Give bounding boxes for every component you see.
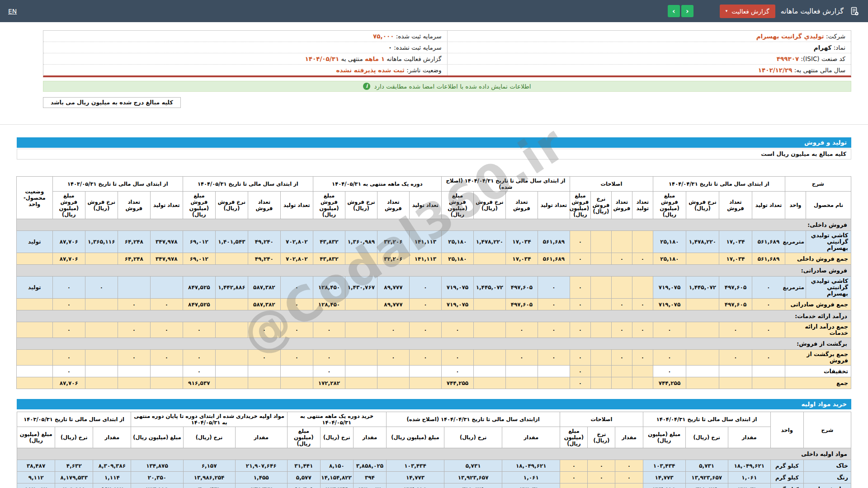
info-row: نماد: کهرامسرمایه ثبت نشده: ۰ bbox=[43, 42, 851, 53]
value-cell: ۵۶۱,۶۸۹ bbox=[752, 231, 785, 253]
unit-cell: مترمربع bbox=[785, 231, 806, 253]
value-cell: ۰ bbox=[570, 231, 590, 253]
value-cell: ۰ bbox=[409, 350, 441, 366]
info-field: وضعیت ناشر: ثبت شده پذیرفته نشده bbox=[43, 65, 447, 75]
value-cell: ۶۹,۰۱۲ bbox=[183, 231, 215, 253]
section-label: مواد اولیه داخلی bbox=[17, 448, 851, 460]
table-row: جمع برگشت از فروش۰۰۰۰۰۰۰۰۰۰۰۰۰۰۰۰۰۰ bbox=[16, 350, 851, 366]
value-cell: ۱۰۳,۴۳۴ bbox=[386, 460, 444, 472]
value-cell: ۵۸۷,۳۸۲ bbox=[248, 299, 280, 310]
value-cell: ۱۷,۰۳۴ bbox=[719, 253, 752, 265]
previous-report-button[interactable]: ‹ bbox=[668, 5, 680, 17]
value-cell bbox=[686, 299, 719, 310]
column-header: تعداد تولید bbox=[280, 192, 313, 219]
english-language-link[interactable]: EN bbox=[8, 8, 17, 15]
value-cell bbox=[590, 299, 611, 310]
unit-header: واحد bbox=[770, 412, 803, 448]
value-cell: ۱,۴۳۰,۷۶۷ bbox=[345, 277, 377, 299]
report-icon[interactable] bbox=[849, 6, 860, 17]
value-cell bbox=[632, 277, 653, 299]
value-cell: ۵,۵۷۷ bbox=[287, 472, 320, 483]
value-cell: ۰ bbox=[377, 322, 409, 338]
value-cell: ۰ bbox=[632, 299, 653, 310]
value-cell: ۰ bbox=[615, 472, 643, 483]
row-label: جمع فروش داخلی bbox=[785, 253, 851, 265]
value-cell: ۰ bbox=[632, 322, 653, 338]
value-cell: ۳۱,۴۴۱ bbox=[287, 460, 320, 472]
value-cell bbox=[752, 377, 785, 389]
value-cell: ۱,۴۰۱,۵۴۳ bbox=[215, 231, 248, 253]
column-header: تعداد فروش bbox=[611, 192, 632, 219]
value-cell bbox=[752, 366, 785, 377]
status-cell bbox=[16, 350, 52, 366]
value-cell: ۰ bbox=[752, 322, 785, 338]
unit-cell: مترمربع bbox=[785, 277, 806, 299]
value-cell: ۶,۱۵۷ bbox=[183, 460, 235, 472]
value-cell bbox=[611, 366, 632, 377]
value-cell bbox=[473, 377, 505, 389]
company-name-link[interactable]: تولیدي گرانیت بهسرام bbox=[756, 33, 824, 40]
value-cell: ۰ bbox=[183, 350, 215, 366]
info-text: ۷۵,۰۰۰ bbox=[373, 33, 394, 40]
section-row: مواد اولیه داخلی bbox=[17, 448, 851, 460]
value-cell: ۷۱۹,۰۷۵ bbox=[441, 277, 473, 299]
value-cell bbox=[248, 377, 280, 389]
period-group-header: دوره یک ماهه منتهی به ۱۴۰۴/۰۵/۳۱ bbox=[313, 177, 441, 192]
value-cell: ۱,۴۷۸,۲۲۰ bbox=[686, 231, 719, 253]
value-cell: ۹۴۲,۳۷۷ bbox=[235, 483, 287, 488]
next-report-button[interactable]: › bbox=[681, 5, 693, 17]
column-header: تعداد تولید bbox=[150, 192, 183, 219]
column-header: نرخ (ریال) bbox=[55, 427, 93, 448]
value-cell: ۰ bbox=[377, 350, 409, 366]
value-cell: ۳۴۷,۹۷۸ bbox=[150, 231, 183, 253]
period-group-header: از ابتدای سال مالی تا تاریخ ۱۴۰۴/۰۵/۳۱ bbox=[183, 177, 313, 192]
signature-match-banner: اطلاعات نمایش داده شده با اطلاعات امضا ش… bbox=[43, 81, 851, 92]
value-cell: ۰ bbox=[280, 299, 313, 310]
report-nav-arrows: ‹ › bbox=[668, 5, 693, 17]
report-type-dropdown[interactable]: گزارش فعالیت ▾ bbox=[720, 5, 775, 18]
value-cell bbox=[248, 366, 280, 377]
value-cell: ۰ bbox=[150, 322, 183, 338]
period-group-header: از ابتدای سال مالی تا تاریخ ۱۴۰۴/۰۴/۳۱ (… bbox=[441, 177, 570, 192]
report-type-label: گزارش فعالیت bbox=[731, 8, 769, 15]
row-label: جمع فروش صادراتی bbox=[785, 299, 851, 310]
value-cell: ۴۹۷,۶۰۵ bbox=[505, 277, 538, 299]
status-cell: تولید bbox=[16, 277, 52, 299]
value-cell: ۰ bbox=[280, 350, 313, 366]
column-header: مبلغ فروش (میلیون ریال) bbox=[441, 192, 473, 219]
value-cell: ۱۷,۰۳۴ bbox=[505, 231, 538, 253]
value-cell: ۱۴,۷۷۳ bbox=[386, 472, 444, 483]
column-header: مبلغ فروش (میلیون ریال) bbox=[313, 192, 345, 219]
unit-cell: کیلو گرم bbox=[770, 460, 803, 472]
report-header-zone: شرکت: تولیدي گرانیت بهسرامسرمایه ثبت شده… bbox=[43, 30, 851, 108]
value-cell bbox=[611, 277, 632, 299]
value-cell: ۱,۴۴۵,۰۷۲ bbox=[686, 277, 719, 299]
value-cell: ۳۲,۲۰۶ bbox=[377, 253, 409, 265]
value-cell bbox=[538, 366, 570, 377]
value-cell: ۱۳,۹۲۳,۶۵۷ bbox=[685, 472, 728, 483]
column-header: نرخ (ریال) bbox=[588, 427, 615, 448]
table-row: جمع فروش داخلی۵۶۱,۶۸۹۱۷,۰۳۴۲۵,۱۸۰۰۰۰۵۶۱,… bbox=[16, 253, 851, 265]
info-text: سرمایه ثبت شده: bbox=[394, 33, 441, 40]
value-cell: ۱,۱۱۴ bbox=[93, 472, 131, 483]
value-cell bbox=[686, 350, 719, 366]
table-row: خاککیلو گرم۱۸,۰۴۹,۶۲۱۵,۷۳۱۱۰۳,۴۳۴۰۰۰۱۸,۰… bbox=[17, 460, 851, 472]
value-cell: ۲۲۴,۸۱۶ bbox=[386, 483, 444, 488]
value-cell: ۷۴۴,۲۵۵ bbox=[653, 377, 686, 389]
value-cell: ۴,۶۳۲ bbox=[55, 460, 93, 472]
value-cell: ۰ bbox=[588, 483, 615, 488]
value-cell bbox=[85, 366, 118, 377]
production-table-note: کلیه مبالغ به میلیون ریال است bbox=[17, 149, 851, 160]
value-cell: ۲۵,۱۸۰ bbox=[653, 231, 686, 253]
value-cell: ۲۸۳,۱۱۹ bbox=[131, 483, 183, 488]
value-cell: ۰ bbox=[653, 366, 686, 377]
value-cell: ۴۳,۸۳۲ bbox=[313, 231, 345, 253]
period-group-header: از ابتدای سال مالی تا تاریخ ۱۴۰۴/۰۴/۳۱ bbox=[653, 177, 785, 192]
value-cell bbox=[85, 350, 118, 366]
value-cell bbox=[85, 253, 118, 265]
table-row: کاشي تولیدي گرانیتي بهسراممترمربع۵۶۱,۶۸۹… bbox=[16, 231, 851, 253]
value-cell bbox=[611, 231, 632, 253]
value-cell: ۰ bbox=[183, 366, 215, 377]
value-cell: ۵۸,۳۰۵ bbox=[287, 483, 320, 488]
period-group-header: مواد اولیه خریداری شده از ابتدای دوره تا… bbox=[131, 412, 287, 427]
